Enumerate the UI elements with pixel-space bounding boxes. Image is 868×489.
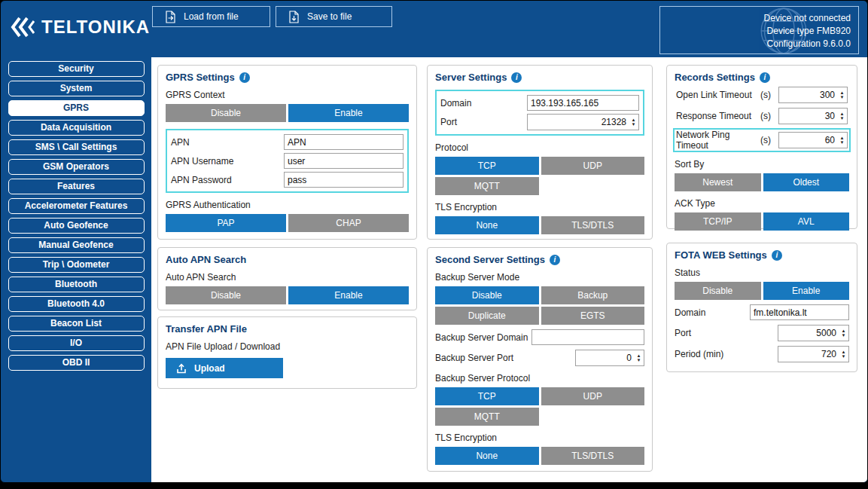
- load-file-icon: [165, 11, 176, 23]
- backup-protocol-tcp-button[interactable]: TCP: [435, 387, 539, 405]
- auth-pap-button[interactable]: PAP: [166, 214, 286, 232]
- fota-domain-row: Domain fm.teltonika.lt: [675, 304, 849, 320]
- sidebar-item-sms-call-settings[interactable]: SMS \ Call Settings: [8, 139, 145, 155]
- server-settings-title: Server Settings: [435, 72, 507, 83]
- sidebar-item-gprs[interactable]: GPRS: [8, 100, 145, 116]
- sidebar-item-auto-geofence[interactable]: Auto Geofence: [8, 218, 145, 234]
- spinner[interactable]: ▲▼: [839, 347, 848, 362]
- network-ping-timeout-input[interactable]: 60 ▲▼: [778, 132, 848, 148]
- sidebar-item-bluetooth-40[interactable]: Bluetooth 4.0: [8, 296, 145, 312]
- spinner[interactable]: ▲▼: [629, 115, 638, 130]
- spinner-down-icon[interactable]: ▼: [840, 116, 845, 121]
- spinner[interactable]: ▲▼: [837, 108, 847, 124]
- server-port-value: 21328: [528, 115, 629, 130]
- fota-web-settings-title: FOTA WEB Settings: [675, 249, 767, 261]
- apn-password-input[interactable]: pass: [284, 172, 404, 188]
- backup-server-port-input[interactable]: 0 ▲▼: [575, 350, 644, 366]
- sidebar-item-accelerometer-features[interactable]: Accelerometer Features: [8, 198, 145, 214]
- fota-domain-input[interactable]: fm.teltonika.lt: [750, 304, 849, 320]
- sidebar-item-obd2[interactable]: OBD II: [8, 355, 145, 371]
- spinner-down-icon[interactable]: ▼: [840, 95, 845, 99]
- load-from-file-button[interactable]: Load from file: [152, 6, 270, 27]
- info-icon[interactable]: i: [239, 72, 250, 83]
- fota-disable-button[interactable]: Disable: [675, 282, 761, 300]
- backup-protocol-udp-button[interactable]: UDP: [541, 387, 645, 405]
- apn-username-input[interactable]: user: [284, 153, 404, 169]
- auth-chap-button[interactable]: CHAP: [288, 214, 409, 232]
- sidebar-item-features[interactable]: Features: [8, 179, 145, 194]
- sort-oldest-button[interactable]: Oldest: [763, 173, 850, 191]
- sidebar-item-system[interactable]: System: [8, 81, 145, 96]
- auto-apn-enable-button[interactable]: Enable: [288, 286, 409, 304]
- ack-avl-button[interactable]: AVL: [763, 212, 850, 231]
- backup-mode-duplicate-button[interactable]: Duplicate: [435, 307, 539, 325]
- sidebar-item-trip-odometer[interactable]: Trip \ Odometer: [8, 257, 145, 273]
- server-domain-row: Domain 193.193.165.165: [439, 93, 641, 112]
- backup-tls-none-button[interactable]: None: [435, 447, 539, 465]
- protocol-mqtt-button[interactable]: MQTT: [435, 177, 539, 195]
- info-icon[interactable]: i: [550, 255, 560, 265]
- spinner[interactable]: ▲▼: [839, 325, 848, 341]
- open-link-timeout-label: Open Link Timeout: [676, 90, 760, 100]
- tls-none-button[interactable]: None: [435, 216, 539, 234]
- gprs-authentication-label: GPRS Authentication: [166, 200, 409, 210]
- response-timeout-input[interactable]: 30 ▲▼: [778, 108, 848, 124]
- spinner-down-icon[interactable]: ▼: [842, 333, 846, 338]
- auto-apn-disable-button[interactable]: Disable: [166, 286, 286, 304]
- backup-protocol-mqtt-button[interactable]: MQTT: [435, 408, 539, 426]
- spinner[interactable]: ▲▼: [837, 133, 847, 148]
- server-port-input[interactable]: 21328 ▲▼: [527, 114, 639, 130]
- sidebar-item-manual-geofence[interactable]: Manual Geofence: [8, 237, 145, 253]
- response-timeout-label: Response Timeout: [676, 111, 760, 121]
- info-icon[interactable]: i: [760, 72, 770, 83]
- backup-mode-backup-button[interactable]: Backup: [541, 286, 645, 304]
- tls-dtls-button[interactable]: TLS/DTLS: [541, 216, 645, 234]
- transfer-apn-file-panel: Transfer APN File APN File Upload / Down…: [157, 316, 417, 389]
- spinner-down-icon[interactable]: ▼: [637, 358, 641, 362]
- protocol-udp-button[interactable]: UDP: [541, 157, 645, 175]
- gprs-context-enable-button[interactable]: Enable: [288, 104, 409, 122]
- sidebar-item-beacon-list[interactable]: Beacon List: [8, 316, 145, 332]
- spinner-down-icon[interactable]: ▼: [840, 140, 845, 145]
- network-ping-timeout-value: 60: [779, 133, 837, 148]
- info-icon[interactable]: i: [511, 72, 522, 83]
- sidebar-item-gsm-operators[interactable]: GSM Operators: [8, 159, 145, 175]
- spinner[interactable]: ▲▼: [634, 350, 644, 365]
- spinner-down-icon[interactable]: ▼: [632, 122, 636, 127]
- backup-server-domain-input[interactable]: [531, 329, 644, 345]
- protocol-tcp-button[interactable]: TCP: [435, 157, 539, 175]
- network-ping-timeout-row: Network Ping Timeout (s) 60 ▲▼: [673, 128, 851, 152]
- save-to-file-button[interactable]: Save to file: [276, 6, 392, 27]
- gprs-context-disable-button[interactable]: Disable: [166, 104, 286, 122]
- ack-tcpip-button[interactable]: TCP/IP: [675, 212, 761, 231]
- sidebar-nav: Security System GPRS Data Acquisition SM…: [1, 61, 151, 482]
- upload-button[interactable]: Upload: [166, 358, 283, 378]
- server-domain-port-group: Domain 193.193.165.165 Port 21328 ▲▼: [435, 90, 644, 136]
- info-icon[interactable]: i: [772, 250, 782, 261]
- sidebar-item-security[interactable]: Security: [8, 61, 145, 77]
- fota-period-input[interactable]: 720 ▲▼: [778, 346, 849, 362]
- backup-tls-dtls-button[interactable]: TLS/DTLS: [541, 447, 645, 465]
- fota-status-label: Status: [675, 267, 849, 278]
- apn-row: APN APN: [169, 133, 405, 151]
- backup-mode-disable-button[interactable]: Disable: [435, 286, 539, 304]
- spinner[interactable]: ▲▼: [837, 87, 847, 102]
- protocol-label: Protocol: [435, 142, 644, 153]
- spinner-down-icon[interactable]: ▼: [842, 354, 846, 359]
- sidebar-item-data-acquisition[interactable]: Data Acquisition: [8, 120, 145, 136]
- auto-apn-search-panel: Auto APN Search Auto APN Search Disable …: [157, 247, 417, 310]
- fota-port-input[interactable]: 5000 ▲▼: [778, 325, 849, 341]
- backup-server-domain-label: Backup Server Domain: [435, 332, 528, 343]
- server-domain-input[interactable]: 193.193.165.165: [527, 95, 639, 111]
- backup-mode-egts-button[interactable]: EGTS: [541, 307, 645, 325]
- apn-input[interactable]: APN: [284, 134, 404, 150]
- sidebar-item-bluetooth[interactable]: Bluetooth: [8, 277, 145, 292]
- fota-domain-label: Domain: [675, 307, 705, 318]
- fota-enable-button[interactable]: Enable: [763, 282, 850, 300]
- open-link-timeout-input[interactable]: 300 ▲▼: [778, 87, 848, 103]
- backup-tls-encryption-label: TLS Encryption: [435, 432, 644, 443]
- sort-newest-button[interactable]: Newest: [675, 173, 761, 191]
- backup-server-port-label: Backup Server Port: [435, 353, 513, 363]
- sidebar-item-io[interactable]: I/O: [8, 335, 145, 351]
- network-ping-timeout-label: Network Ping Timeout: [676, 130, 760, 151]
